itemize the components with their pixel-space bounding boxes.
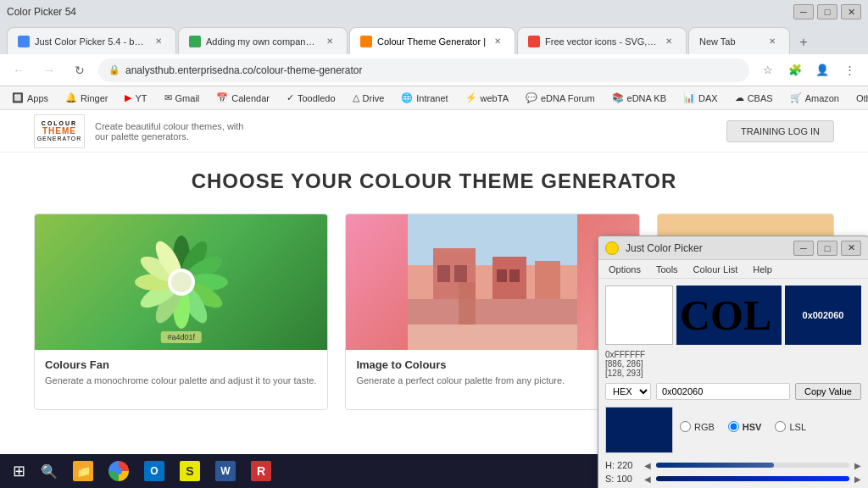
minimize-dialog[interactable]: ─	[793, 241, 814, 256]
bookmark-intranet[interactable]: 🌐 Intranet	[396, 91, 453, 105]
bookmark-apps[interactable]: 🔲 Apps	[7, 91, 53, 105]
color-swatch-large	[605, 407, 673, 453]
dialog-titlebar[interactable]: Just Color Picker ─ □ ✕	[598, 236, 868, 260]
refresh-button[interactable]: ↻	[68, 58, 92, 82]
info-lines: 0xFFFFFF [886, 286] [128, 293]	[605, 350, 861, 378]
close-browser[interactable]: ✕	[841, 4, 861, 19]
s-slider-track[interactable]	[656, 476, 849, 481]
bookmark-edna-kb[interactable]: 📚 eDNA KB	[607, 91, 671, 105]
radio-hsv[interactable]: HSV	[728, 421, 762, 432]
restore-dialog[interactable]: □	[817, 241, 837, 256]
edna-kb-label: eDNA KB	[627, 93, 666, 103]
bookmark-gmail[interactable]: ✉ Gmail	[159, 91, 205, 105]
edna-kb-icon: 📚	[612, 92, 624, 103]
taskbar-word[interactable]: W	[209, 456, 242, 486]
card-colours-fan-info: Colours Fan Generate a monochrome colour…	[35, 350, 327, 396]
h-arrow-left[interactable]: ◀	[644, 461, 651, 470]
word-icon: W	[215, 461, 236, 481]
url-bar[interactable]: 🔒 analysthub.enterprisedna.co/colour-the…	[98, 58, 749, 82]
menu-tools[interactable]: Tools	[649, 263, 685, 276]
bookmark-other[interactable]: Other bookmarks	[851, 92, 868, 105]
card1-label: #a4d01f	[160, 331, 202, 343]
site-header: COLOUR THEME GENERATOR Create beautiful …	[0, 110, 868, 152]
taskbar-s[interactable]: S	[173, 456, 207, 486]
bookmark-webta[interactable]: ⚡ webTA	[460, 91, 514, 105]
bookmark-calendar[interactable]: 📅 Calendar	[211, 91, 275, 105]
tab-1[interactable]: Just Color Picker 5.4 - best... ✕	[7, 27, 176, 54]
new-tab-button[interactable]: +	[792, 30, 815, 54]
bookmark-ringer[interactable]: 🔔 Ringer	[60, 91, 113, 105]
extension-icon[interactable]: 🧩	[783, 58, 807, 82]
bookmarks-bar: 🔲 Apps 🔔 Ringer ▶ YT ✉ Gmail 📅 Calendar …	[0, 86, 868, 110]
col-big-text: COL	[680, 294, 771, 336]
h-slider-track[interactable]	[656, 463, 849, 468]
close-dialog[interactable]: ✕	[841, 241, 861, 256]
info-line-3: [128, 293]	[605, 369, 861, 378]
taskbar-file-explorer[interactable]: 📁	[66, 456, 100, 486]
toodledo-label: Toodledo	[298, 93, 336, 103]
hex-format-dropdown[interactable]: HEX RGB HSV	[605, 383, 651, 400]
radio-rgb-input[interactable]	[680, 421, 691, 432]
user-icon[interactable]: 👤	[810, 58, 834, 82]
logo-box[interactable]: COLOUR THEME GENERATOR	[34, 114, 85, 148]
taskbar-r[interactable]: R	[244, 456, 278, 486]
card-colours-fan-title: Colours Fan	[45, 358, 317, 371]
tab-2[interactable]: Adding my own company ... ✕	[178, 27, 348, 54]
hex-value-input[interactable]	[656, 383, 790, 400]
svg-rect-21	[497, 269, 507, 282]
menu-colour-list[interactable]: Colour List	[687, 263, 745, 276]
copy-value-button[interactable]: Copy Value	[795, 383, 861, 400]
h-arrow-right[interactable]: ▶	[854, 461, 861, 470]
radio-group: RGB HSV LSL	[680, 421, 806, 439]
tab-5-close[interactable]: ✕	[765, 35, 779, 48]
start-button[interactable]: ⊞	[5, 456, 32, 486]
tab-3[interactable]: Colour Theme Generator | ✕	[349, 27, 515, 54]
radio-rgb[interactable]: RGB	[680, 421, 715, 432]
bookmark-yt[interactable]: ▶ YT	[120, 91, 152, 105]
search-taskbar[interactable]: 🔍	[34, 456, 64, 486]
card-image-colours-title: Image to Colours	[356, 358, 628, 371]
svg-rect-20	[454, 265, 467, 282]
radio-hsl-input[interactable]	[775, 421, 786, 432]
tab-1-title: Just Color Picker 5.4 - best...	[35, 36, 147, 47]
logo-line1: COLOUR	[42, 120, 77, 126]
tab-3-close[interactable]: ✕	[491, 35, 504, 48]
s-arrow-left[interactable]: ◀	[644, 474, 651, 484]
radio-hsl[interactable]: LSL	[775, 421, 806, 432]
menu-options[interactable]: Options	[602, 263, 648, 276]
radio-hsv-label: HSV	[743, 422, 762, 432]
outlook-icon: O	[144, 461, 164, 481]
maximize-browser[interactable]: □	[817, 4, 837, 19]
intranet-icon: 🌐	[401, 92, 413, 103]
login-button[interactable]: TRAINING LOG IN	[726, 120, 834, 142]
bookmark-icon[interactable]: ☆	[756, 58, 780, 82]
minimize-browser[interactable]: ─	[793, 4, 814, 19]
tab-2-close[interactable]: ✕	[323, 35, 337, 48]
tab-5[interactable]: New Tab ✕	[688, 27, 790, 54]
s-slider-fill	[656, 476, 849, 481]
menu-help[interactable]: Help	[746, 263, 779, 276]
bookmark-amazon[interactable]: 🛒 Amazon	[785, 91, 844, 105]
other-label: Other bookmarks	[856, 93, 868, 103]
s-arrow-right[interactable]: ▶	[854, 474, 861, 484]
bookmark-dax[interactable]: 📊 DAX	[678, 91, 723, 105]
tab-1-close[interactable]: ✕	[152, 35, 165, 48]
url-text: analysthub.enterprisedna.co/colour-theme…	[125, 64, 739, 76]
card-image-colours[interactable]: Image to Colours Generate a perfect colo…	[345, 214, 639, 410]
bookmark-cbas[interactable]: ☁ CBAS	[730, 91, 778, 105]
taskbar-chrome[interactable]	[102, 456, 136, 486]
card-colours-fan[interactable]: #a4d01f Colours Fan Generate a monochrom…	[34, 214, 328, 410]
tab-4[interactable]: Free vector icons - SVG, PS... ✕	[517, 27, 687, 54]
back-button[interactable]: ←	[7, 58, 31, 82]
bookmark-toodledo[interactable]: ✓ Toodledo	[281, 91, 341, 105]
bookmark-drive[interactable]: △ Drive	[348, 91, 390, 105]
taskbar-outlook[interactable]: O	[137, 456, 171, 486]
tab-4-close[interactable]: ✕	[662, 35, 676, 48]
spreadsheet-icon: S	[180, 461, 200, 481]
forward-button[interactable]: →	[37, 58, 61, 82]
radio-hsv-input[interactable]	[728, 421, 739, 432]
bookmark-edna-forum[interactable]: 💬 eDNA Forum	[520, 91, 600, 105]
menu-icon[interactable]: ⋮	[837, 58, 861, 82]
search-icon: 🔍	[41, 463, 58, 480]
webta-label: webTA	[481, 93, 509, 103]
